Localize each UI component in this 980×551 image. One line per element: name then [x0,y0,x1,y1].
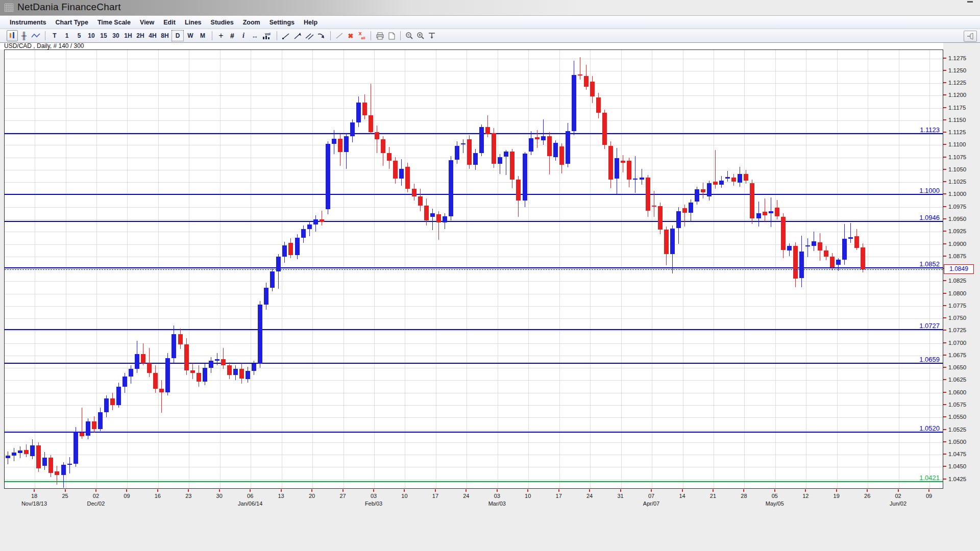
timeframe-button-30[interactable]: 30 [110,31,121,41]
candle-wick [57,466,57,485]
timeframe-button-15[interactable]: 15 [98,31,109,41]
delete-line-button[interactable]: ✖ [346,31,356,41]
time-tick-label: 21 [710,493,716,499]
chart-type-candlestick-button[interactable] [7,30,18,41]
ray-tool-button[interactable] [316,31,327,41]
price-tick [943,367,946,368]
candle [86,421,90,436]
price-axis[interactable]: 1.12751.12501.12251.12001.11751.11501.11… [943,43,980,489]
timeframe-button-2H[interactable]: 2H [135,31,146,41]
timeframe-button-1H[interactable]: 1H [122,31,134,41]
candle [713,182,718,185]
minimize-button[interactable] [967,1,973,3]
price-tick-label: 1.1225 [948,79,966,86]
deselect-line-button[interactable] [334,31,345,41]
candle [74,432,78,464]
candle [553,143,558,157]
time-tick [527,489,528,492]
price-tick [943,342,946,343]
price-tick [943,70,946,71]
candle [129,369,133,377]
time-tick-label: 14 [679,493,685,499]
candle [153,373,158,389]
timeframe-button-1[interactable]: 1 [61,31,72,41]
price-tick [943,441,946,442]
zoom-in-button[interactable] [415,31,426,41]
arrow-line-tool-button[interactable] [292,31,303,41]
menu-item-zoom[interactable]: Zoom [238,17,265,28]
menu-item-time-scale[interactable]: Time Scale [93,17,135,28]
print-preview-button[interactable] [386,31,397,41]
pin-panel-button[interactable] [964,31,977,42]
level-price-label: 1.0946 [919,214,940,221]
timeframe-button-4H[interactable]: 4H [147,31,158,41]
time-tick-label: 30 [216,493,223,499]
menu-item-chart-type[interactable]: Chart Type [51,17,93,28]
timeframe-button-5[interactable]: 5 [74,31,85,41]
candle [479,127,484,153]
crosshair-button[interactable]: + [216,31,226,41]
time-tick-label: 27 [339,493,346,499]
menu-item-view[interactable]: View [135,17,159,28]
print-button[interactable] [375,31,385,41]
gridline [5,232,943,232]
price-tick [943,392,946,393]
candle [781,217,786,250]
candle-wick [727,171,728,182]
level-price-label: 1.0727 [919,322,940,330]
chart-plot-area[interactable]: 1.11231.10001.09461.08521.07271.06591.05… [4,49,943,489]
delete-all-lines-button[interactable]: xall [357,31,367,41]
chart-type-line-button[interactable] [30,31,41,41]
zoom-reset-button[interactable] [427,31,437,41]
grid-toggle-button[interactable]: # [227,31,237,41]
horizontal-level-line [5,329,943,330]
price-tick-label: 1.0875 [948,253,966,260]
price-tick-label: 1.0950 [948,215,966,222]
month-label: Jun/02 [890,500,906,507]
menu-item-lines[interactable]: Lines [180,17,206,28]
time-tick-label: 13 [278,493,284,499]
candle [578,74,582,76]
candle [529,138,533,152]
candle [769,211,773,214]
menu-item-help[interactable]: Help [299,17,322,28]
timeframe-button-W[interactable]: W [185,31,196,41]
trend-line-tool-button[interactable] [281,31,291,41]
volume-button[interactable]: vol [261,31,273,41]
menu-item-studies[interactable]: Studies [206,17,238,28]
time-tick-label: 06 [247,493,253,499]
time-axis[interactable]: 18Nov/18/132502Dec/020916233006Jan/06/14… [0,489,980,510]
channel-tool-button[interactable] [304,31,315,41]
horizontal-level-line [5,221,943,222]
candle [763,212,767,215]
candle [670,229,675,254]
scroll-button[interactable]: ↔ [250,31,260,41]
chart-type-ohlc-button[interactable]: ╫ [19,31,29,41]
price-tick [943,305,946,306]
timeframe-button-D[interactable]: D [172,30,184,41]
level-price-label: 1.0520 [919,425,940,432]
page-preview-icon [388,32,396,40]
price-tick [943,94,946,95]
info-button[interactable]: i [238,31,249,41]
candle [682,208,687,213]
price-tick [943,231,946,232]
timeframe-button-M[interactable]: M [197,31,208,41]
candle [498,157,502,164]
price-tick [943,181,946,182]
menu-item-edit[interactable]: Edit [159,17,180,28]
time-tick [95,489,96,492]
candle [492,133,496,164]
candle [861,247,865,269]
timeframe-button-10[interactable]: 10 [86,31,97,41]
menu-item-instruments[interactable]: Instruments [5,17,51,28]
candle [652,206,656,207]
menu-item-settings[interactable]: Settings [265,17,299,28]
candle [252,364,256,371]
candle [436,214,441,222]
price-tick-label: 1.1250 [948,67,966,74]
zoom-out-button[interactable] [404,31,414,41]
candle [584,76,589,87]
timeframe-button-T[interactable]: T [49,31,60,41]
timeframe-button-8H[interactable]: 8H [159,31,170,41]
